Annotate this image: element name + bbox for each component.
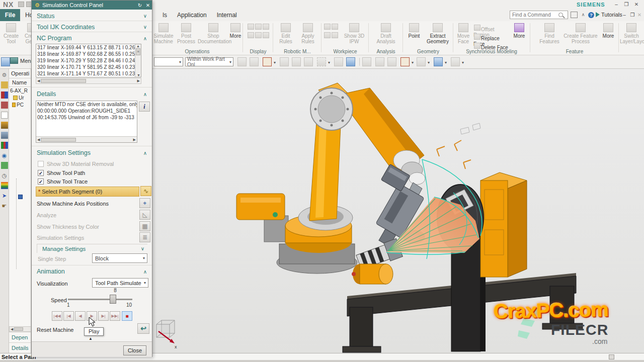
section-nc-program[interactable]: NC Program∧	[32, 33, 152, 43]
select-path-segment-row[interactable]: *Select Path Segment (0)	[36, 187, 139, 197]
selection-type-dropdown[interactable]: ▾	[154, 57, 183, 66]
tutorials-button[interactable]: Tutorials	[596, 12, 622, 18]
navigator-name-column[interactable]: Name	[9, 78, 31, 87]
snap-point-dropdown-arrow[interactable]: ▾	[274, 60, 276, 65]
save-icon[interactable]	[18, 2, 24, 7]
machine-axis-positions-icon[interactable]: ⌖	[139, 198, 150, 208]
tree-row-program[interactable]: 6-AX_R	[9, 87, 31, 94]
go-to-start-button[interactable]: |◀◀	[52, 311, 62, 321]
tab-tools-partial[interactable]: ls	[157, 9, 172, 21]
nc-line[interactable]: 317 linear X-169.44 Y 613.15 Z 88.71 I 0…	[36, 44, 141, 51]
window-icon[interactable]	[255, 24, 262, 30]
pointer-icon[interactable]: ➤	[1, 192, 8, 199]
show-hide-icon[interactable]	[451, 57, 460, 66]
switch-layer-layout-button[interactable]: Switch Layer/Layout	[620, 23, 643, 44]
checkbox-checked-icon[interactable]: ✓	[38, 178, 44, 185]
nc-line[interactable]: 320 linear X-170.71 Y 581.95 Z 82.45 I 0…	[36, 64, 141, 70]
tab-application[interactable]: Application	[172, 9, 212, 21]
draft-analysis-button[interactable]: Draft Analysis	[373, 23, 399, 44]
orient-view-cube-icon[interactable]	[434, 57, 443, 66]
collapse-arrow-icon[interactable]: ▲	[89, 336, 93, 341]
find-command-input[interactable]	[510, 12, 558, 18]
machine-axes-icon[interactable]	[237, 57, 247, 66]
visualization-dropdown[interactable]: Tool Path Simulate▾	[92, 278, 148, 288]
web-page-icon[interactable]	[1, 162, 8, 169]
nc-line[interactable]: 318 linear X-169.87 Y 602.68 Z 86.55 I 0…	[36, 51, 141, 57]
step-back-button[interactable]: |◀	[63, 311, 74, 321]
snap-point-icon[interactable]	[263, 57, 272, 66]
analyze-icon[interactable]: ◺	[139, 210, 150, 220]
minimize-ribbon-icon[interactable]: ∧	[580, 12, 587, 18]
checkbox-icon[interactable]	[38, 161, 44, 167]
display-mode-icon[interactable]	[1, 57, 10, 66]
create-tool-button[interactable]: Create Tool	[1, 23, 21, 44]
extract-geometry-button[interactable]: Extract Geometry	[424, 23, 451, 44]
robot-jog-icon[interactable]	[304, 57, 313, 66]
rotate-view-icon[interactable]	[387, 57, 396, 66]
apply-rules-button[interactable]: Apply Rules	[297, 23, 318, 44]
assembly-navigator-icon[interactable]	[1, 81, 8, 88]
dialog-reset-icon[interactable]: ↻	[136, 3, 144, 8]
selection-scope-dropdown[interactable]: Within Work Part Onl▾	[185, 57, 233, 66]
tab-file[interactable]: File	[0, 9, 20, 21]
checkbox-checked-icon[interactable]: ✓	[38, 170, 44, 176]
go-to-end-button[interactable]: ▶▶|	[110, 311, 120, 321]
datum-icon[interactable]	[248, 32, 254, 38]
constraint-navigator-icon[interactable]	[1, 92, 8, 99]
doc-minimize-button[interactable]: –	[621, 12, 628, 18]
spline-icon[interactable]	[263, 32, 269, 38]
speed-slider-thumb[interactable]	[110, 295, 116, 304]
checkbox-show-tool-trace[interactable]: ✓Show Tool Trace	[38, 177, 88, 186]
window-minimize-button[interactable]: –	[613, 1, 620, 8]
thickness-by-color-icon[interactable]: ▦	[139, 221, 150, 231]
move-object-icon[interactable]	[292, 57, 301, 66]
selection-filter-icon[interactable]	[250, 57, 259, 66]
feature-group-label[interactable]: Feature	[531, 49, 618, 54]
dialog-close-icon[interactable]: ✕	[144, 3, 152, 8]
display-icon-grid[interactable]	[247, 23, 270, 40]
edit-rules-button[interactable]: Edit Rules	[275, 23, 296, 44]
point-button[interactable]: Point	[405, 23, 423, 39]
navigator-hscrollbar[interactable]: ◀	[9, 326, 31, 332]
workpiece-icon-grid[interactable]	[324, 23, 341, 40]
show-ipw-icon[interactable]	[324, 24, 331, 30]
operations-group-label[interactable]: Operations	[152, 49, 242, 54]
nc-line[interactable]: 321 linear X-171.14 Y 571.67 Z 80.51 I 0…	[36, 70, 141, 77]
info-icon[interactable]: i	[139, 102, 150, 112]
fit-view-icon[interactable]	[400, 57, 410, 66]
clear-ipw-icon[interactable]	[332, 32, 338, 38]
history-clock-icon[interactable]: ◷	[1, 172, 8, 179]
geometry-group-label[interactable]: Geometry	[404, 49, 452, 54]
section-status[interactable]: Status∨	[32, 11, 152, 21]
find-command-box[interactable]	[510, 11, 568, 19]
workpiece-group-label[interactable]: Workpiece	[323, 49, 368, 54]
section-tool-ijk[interactable]: Tool IJK Coordinates∨	[32, 22, 152, 32]
path-segment-curve-icon[interactable]: ∿	[140, 186, 151, 196]
speed-slider-track[interactable]	[68, 299, 132, 300]
find-features-button[interactable]: Find Features	[538, 23, 560, 44]
orient-dropdown-arrow[interactable]: ▾	[445, 60, 447, 65]
operations-more-button[interactable]: More	[229, 23, 242, 39]
shop-documentation-button[interactable]: Shop Documentation	[198, 23, 229, 44]
color-palette-icon[interactable]	[1, 182, 8, 189]
layer-icon[interactable]	[255, 32, 262, 38]
section-details[interactable]: Details∧	[32, 89, 152, 99]
help-icon[interactable]: ?	[588, 12, 594, 18]
show-hide-dropdown-arrow[interactable]: ▾	[462, 60, 464, 65]
library-books-icon[interactable]	[1, 142, 8, 149]
play-backward-button[interactable]: ◀	[75, 311, 86, 321]
nc-line[interactable]: 319 linear X-170.29 Y 592.28 Z 84.46 I 0…	[36, 57, 141, 64]
nc-vertical-scrollbar[interactable]: ▲≡▼	[135, 44, 141, 77]
status-window-icon[interactable]	[609, 354, 614, 359]
single-step-dropdown[interactable]: Block▾	[92, 253, 147, 263]
save-ipw-icon[interactable]	[332, 24, 338, 30]
checkbox-show-3d-material-removal[interactable]: Show 3D Material Removal	[38, 160, 114, 168]
internet-info-icon[interactable]: ◉	[1, 152, 8, 159]
nc-program-list[interactable]: 317 linear X-169.44 Y 613.15 Z 88.71 I 0…	[36, 44, 141, 77]
analysis-group-label[interactable]: Analysis	[370, 49, 402, 54]
plane-icon[interactable]	[263, 24, 269, 30]
undo-view-icon[interactable]	[280, 57, 289, 66]
fit-dropdown-arrow[interactable]: ▾	[412, 60, 414, 65]
part-navigator-icon[interactable]	[1, 102, 8, 109]
step-forward-button[interactable]: ▶|	[98, 311, 109, 321]
